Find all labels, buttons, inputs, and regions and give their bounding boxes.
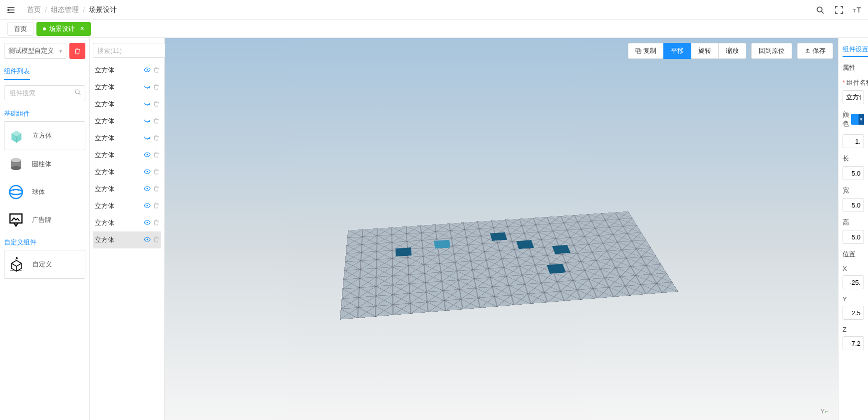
scale-button[interactable]: 缩放	[718, 43, 746, 59]
svg-point-19	[147, 221, 148, 223]
model-select[interactable]: 测试模型自定义 ▾	[4, 43, 66, 59]
trash-icon[interactable]	[153, 203, 159, 210]
breadcrumb-scene: 场景设计	[89, 5, 117, 14]
eye-closed-icon[interactable]	[144, 118, 151, 125]
trash-icon[interactable]	[153, 219, 159, 227]
tab-component-settings[interactable]: 组件设置	[843, 43, 868, 57]
eye-closed-icon[interactable]	[144, 84, 151, 91]
3d-scene[interactable]	[165, 38, 838, 420]
breadcrumb-home[interactable]: 首页	[27, 5, 41, 14]
eye-open-icon[interactable]	[144, 152, 151, 159]
eye-open-icon[interactable]	[144, 67, 151, 74]
outline-item-label: 立方体	[95, 66, 114, 75]
svg-point-7	[11, 158, 21, 162]
menu-toggle-icon[interactable]	[5, 4, 17, 16]
eye-open-icon[interactable]	[144, 203, 151, 210]
component-sphere[interactable]: 球体	[4, 178, 85, 206]
component-custom[interactable]: 自定义	[4, 250, 85, 279]
component-cylinder[interactable]: 圆柱体	[4, 150, 85, 178]
component-search-input[interactable]	[4, 85, 85, 100]
chevron-down-icon: ▾	[59, 48, 62, 54]
fullscreen-icon[interactable]	[834, 5, 844, 15]
eye-open-icon[interactable]	[144, 236, 151, 244]
trash-icon[interactable]	[153, 135, 159, 142]
color-swatch[interactable]	[851, 114, 859, 125]
breadcrumb-group[interactable]: 组态管理	[51, 5, 79, 14]
eye-open-icon[interactable]	[144, 219, 151, 227]
input-width[interactable]	[843, 198, 864, 212]
outline-item[interactable]: 立方体	[93, 79, 161, 96]
translate-button[interactable]: 平移	[663, 43, 691, 59]
outline-item[interactable]: 立方体	[93, 231, 161, 248]
search-icon[interactable]	[815, 5, 825, 15]
outline-item-label: 立方体	[95, 100, 114, 109]
reset-button[interactable]: 回到原位	[751, 43, 792, 59]
label-length: 长	[843, 154, 864, 163]
outline-item[interactable]: 立方体	[93, 147, 161, 164]
tab-home[interactable]: 首页	[7, 22, 33, 36]
tab-scene[interactable]: 场景设计 ✕	[36, 22, 91, 36]
trash-icon[interactable]	[153, 67, 159, 74]
label-width: 宽	[843, 186, 864, 195]
svg-point-15	[147, 154, 148, 155]
section-position: 位置	[843, 250, 864, 259]
axis-indicator: Y⌐	[821, 408, 828, 415]
section-attr: 属性	[843, 63, 864, 72]
component-label: 圆柱体	[32, 160, 51, 169]
trash-icon[interactable]	[153, 236, 159, 244]
topbar: 首页 / 组态管理 / 场景设计 TT	[0, 0, 868, 20]
cube-icon	[6, 126, 26, 146]
input-scale[interactable]	[843, 134, 864, 148]
trash-icon[interactable]	[153, 101, 159, 108]
eye-open-icon[interactable]	[144, 186, 151, 193]
outline-item[interactable]: 立方体	[93, 96, 161, 113]
svg-point-20	[147, 238, 148, 240]
svg-point-10	[13, 190, 14, 191]
component-billboard[interactable]: 广告牌	[4, 206, 85, 234]
label-component-name: *组件名称	[843, 78, 864, 87]
close-icon[interactable]: ✕	[80, 25, 84, 32]
canvas[interactable]: 复制 平移 旋转 缩放 回到原位 保存	[165, 38, 838, 420]
svg-point-6	[11, 166, 21, 170]
eye-open-icon[interactable]	[144, 169, 151, 176]
trash-icon[interactable]	[153, 186, 159, 193]
outline-item[interactable]: 立方体	[93, 130, 161, 147]
trash-icon[interactable]	[153, 152, 159, 159]
save-button[interactable]: 保存	[797, 43, 833, 59]
svg-point-14	[147, 69, 148, 70]
outline-item[interactable]: 立方体	[93, 198, 161, 214]
input-length[interactable]	[843, 166, 864, 180]
fontsize-icon[interactable]: TT	[853, 5, 863, 15]
input-x[interactable]	[843, 275, 864, 289]
outline-item[interactable]: 立方体	[93, 62, 161, 79]
delete-model-button[interactable]	[69, 43, 85, 59]
svg-point-16	[147, 171, 148, 172]
input-height[interactable]	[843, 230, 864, 244]
eye-closed-icon[interactable]	[144, 135, 151, 142]
outline-item-label: 立方体	[95, 151, 114, 160]
sidebar-tab-components[interactable]: 组件列表	[4, 64, 30, 80]
rotate-button[interactable]: 旋转	[691, 43, 719, 59]
input-z[interactable]	[843, 336, 864, 350]
input-y[interactable]	[843, 306, 864, 320]
eye-closed-icon[interactable]	[144, 101, 151, 108]
input-component-name[interactable]	[843, 90, 864, 104]
outline-item[interactable]: 立方体	[93, 214, 161, 231]
billboard-icon	[6, 210, 26, 230]
trash-icon[interactable]	[153, 169, 159, 176]
outline-item-label: 立方体	[95, 202, 114, 210]
component-cube[interactable]: 立方体	[4, 121, 85, 150]
component-label: 广告牌	[32, 215, 51, 224]
trash-icon[interactable]	[153, 84, 159, 91]
copy-button[interactable]: 复制	[628, 43, 664, 59]
svg-point-17	[147, 188, 148, 189]
chevron-down-icon[interactable]: ▾	[859, 114, 864, 125]
outline-item[interactable]: 立方体	[93, 181, 161, 198]
outline-item[interactable]: 立方体	[93, 113, 161, 130]
outline-item[interactable]: 立方体	[93, 164, 161, 181]
svg-text:T: T	[853, 8, 856, 13]
trash-icon[interactable]	[153, 118, 159, 125]
component-label: 自定义	[32, 260, 52, 269]
outline-item-label: 立方体	[95, 235, 114, 244]
search-icon	[74, 89, 81, 97]
